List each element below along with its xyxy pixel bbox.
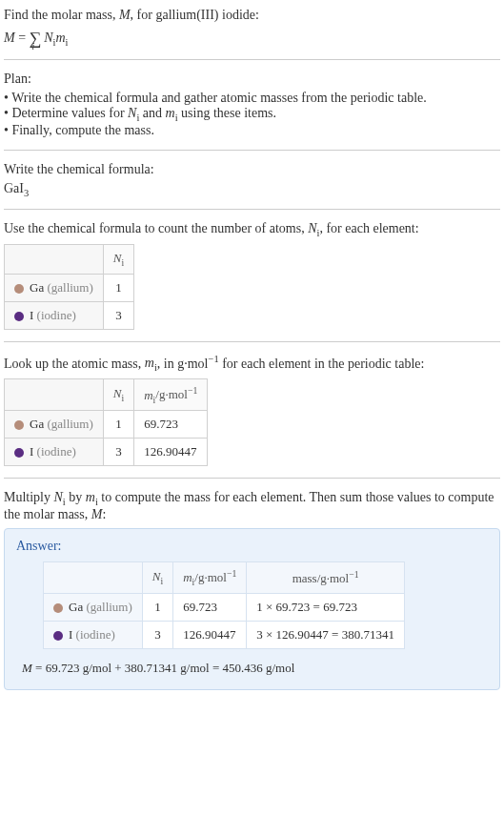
chem-base: GaI [4, 181, 24, 195]
formula-m-sub: i [66, 37, 69, 48]
i-dot-icon [14, 312, 24, 321]
th-m-sup: −1 [227, 568, 236, 579]
answer-table: Ni mi/g·mol−1 mass/g·mol−1 Ga (gallium) … [43, 561, 405, 649]
intro-section: Find the molar mass, M, for gallium(III)… [4, 8, 500, 60]
calc-cell: 3 × 126.90447 = 380.71341 [247, 621, 405, 648]
n-cell: 3 [103, 439, 133, 466]
elem-strong: Ga [69, 600, 83, 614]
mult-m: m [86, 490, 95, 504]
plan-item: • Write the chemical formula and gather … [4, 91, 500, 106]
count-var: N [308, 221, 316, 235]
mult-c: : [102, 507, 106, 521]
answer-equation: M = 69.723 g/mol + 380.71341 g/mol = 450… [22, 661, 488, 676]
elem-paren: (iodine) [72, 627, 114, 642]
ans-th-empty [44, 561, 143, 593]
table-row: I (iodine) 3 126.90447 [5, 439, 208, 466]
elem-paren: (iodine) [33, 444, 75, 459]
m-cell: 126.90447 [173, 621, 247, 648]
table-header-row: Ni [5, 245, 134, 275]
count-section: Use the chemical formula to count the nu… [4, 221, 500, 341]
masses-heading-a: Look up the atomic mass, [4, 356, 145, 370]
formula-lhs: M [4, 31, 15, 45]
th-mass-label: mass/g·mol [292, 571, 350, 585]
count-th-empty [5, 245, 104, 275]
eq-var: M [22, 661, 32, 675]
count-heading: Use the chemical formula to count the nu… [4, 221, 500, 238]
ga-dot-icon [14, 420, 24, 430]
elem-paren: (gallium) [44, 417, 93, 431]
ans-th-n: Ni [142, 561, 172, 593]
elem-cell: I (iodine) [44, 621, 143, 648]
masses-sup: −1 [208, 354, 218, 364]
table-row: I (iodine) 3 [5, 301, 134, 329]
calc-cell: 1 × 69.723 = 69.723 [247, 593, 405, 621]
count-heading-b: , for each element: [319, 221, 418, 235]
i-dot-icon [53, 631, 63, 641]
answer-section: Multiply Ni by mi to compute the mass fo… [4, 490, 500, 702]
n-cell: 1 [142, 593, 172, 621]
n-cell: 3 [142, 621, 172, 648]
elem-cell: Ga (gallium) [5, 274, 104, 301]
masses-th-m: mi/g·mol−1 [134, 379, 208, 411]
th-m-var: m [183, 570, 192, 584]
th-n-sub: i [121, 393, 124, 403]
count-th-n: Ni [103, 245, 133, 275]
elem-paren: (iodine) [33, 308, 75, 322]
masses-th-n: Ni [103, 379, 133, 411]
mult-N: N [54, 490, 63, 504]
ans-th-m: mi/g·mol−1 [173, 561, 247, 593]
plan-item: • Determine values for Ni and mi using t… [4, 106, 500, 123]
chem-heading: Write the chemical formula: [4, 162, 500, 177]
plan-heading: Plan: [4, 71, 500, 87]
plan-list: • Write the chemical formula and gather … [4, 91, 500, 138]
masses-heading-b: , in g·mol [157, 356, 209, 370]
masses-th-empty [5, 379, 104, 411]
ans-th-mass: mass/g·mol−1 [247, 561, 405, 593]
intro-var-M: M [119, 8, 131, 22]
chem-formula-section: Write the chemical formula: GaI3 [4, 162, 500, 211]
count-heading-a: Use the chemical formula to count the nu… [4, 221, 308, 235]
intro-formula: M = ∑iNimi [4, 27, 500, 48]
formula-eq: = [15, 31, 30, 45]
ga-dot-icon [14, 284, 24, 294]
table-row: Ga (gallium) 1 [5, 274, 134, 301]
chem-sub: 3 [24, 187, 29, 197]
mult-by: by [66, 490, 86, 504]
n-cell: 1 [103, 411, 133, 439]
elem-paren: (gallium) [44, 280, 93, 295]
plan-item: • Finally, compute the mass. [4, 123, 500, 138]
table-header-row: Ni mi/g·mol−1 [5, 379, 208, 411]
ga-dot-icon [53, 603, 63, 613]
sum-index: i [31, 41, 34, 51]
elem-strong: Ga [30, 417, 44, 431]
masses-heading: Look up the atomic mass, mi, in g·mol−1 … [4, 354, 500, 373]
th-n-sub: i [121, 257, 124, 268]
m-cell: 69.723 [173, 593, 247, 621]
intro-line: Find the molar mass, M, for gallium(III)… [4, 8, 500, 23]
multiply-heading: Multiply Ni by mi to compute the mass fo… [4, 490, 500, 522]
plan-section: Plan: • Write the chemical formula and g… [4, 71, 500, 151]
eq-rest: = 69.723 g/mol + 380.71341 g/mol = 450.4… [32, 661, 295, 675]
table-row: Ga (gallium) 1 69.723 1 × 69.723 = 69.72… [44, 593, 405, 621]
elem-paren: (gallium) [83, 600, 132, 614]
m-cell: 69.723 [134, 411, 208, 439]
table-row: I (iodine) 3 126.90447 3 × 126.90447 = 3… [44, 621, 405, 648]
answer-title: Answer: [16, 539, 488, 554]
answer-box: Answer: Ni mi/g·mol−1 mass/g·mol−1 Ga (g… [4, 528, 500, 690]
masses-table: Ni mi/g·mol−1 Ga (gallium) 1 69.723 I (i… [4, 378, 208, 466]
mult-M: M [91, 507, 103, 521]
th-m-unit: /g·mol [194, 570, 227, 584]
mult-a: Multiply [4, 490, 54, 504]
th-m-sup: −1 [188, 385, 197, 396]
intro-text-b: , for gallium(III) iodide: [131, 8, 259, 22]
elem-cell: I (iodine) [5, 439, 104, 466]
masses-var: m [145, 356, 154, 370]
formula-N: N [44, 31, 52, 45]
table-header-row: Ni mi/g·mol−1 mass/g·mol−1 [44, 561, 405, 593]
intro-text-a: Find the molar mass, [4, 8, 119, 22]
n-cell: 1 [103, 274, 133, 301]
m-cell: 126.90447 [134, 439, 208, 466]
th-m-var: m [144, 388, 152, 402]
chem-formula: GaI3 [4, 181, 500, 198]
elem-cell: Ga (gallium) [44, 593, 143, 621]
